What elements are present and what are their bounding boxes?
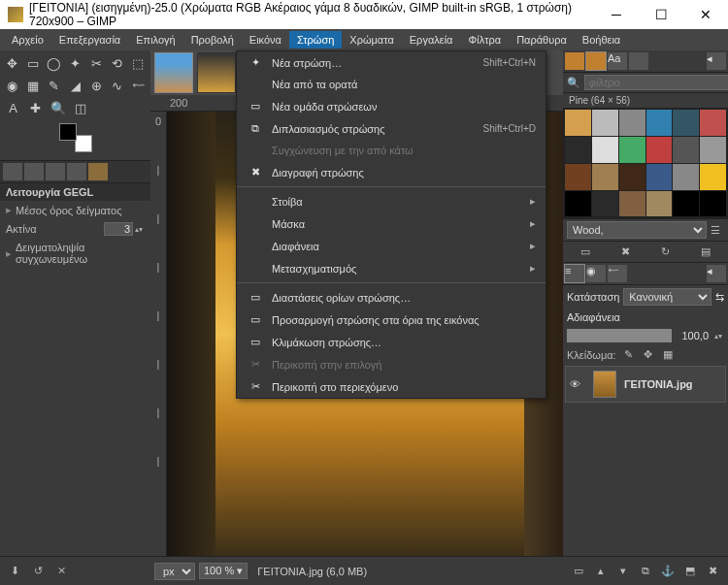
bg-color[interactable] — [75, 135, 92, 152]
pattern-swatch[interactable] — [619, 191, 645, 217]
menu-item[interactable]: ✂Περικοπή στο περιεχόμενο — [237, 375, 546, 398]
eraser-tool[interactable]: ◢ — [66, 76, 85, 96]
radius-spinner[interactable]: ▴▾ — [135, 225, 145, 234]
lock-position-icon[interactable]: ✥ — [642, 348, 655, 361]
rotate-tool[interactable]: ⟲ — [108, 53, 127, 74]
mode-switch-icon[interactable]: ⇆ — [715, 291, 724, 304]
free-select-tool[interactable]: ◯ — [45, 53, 64, 74]
pattern-swatch[interactable] — [673, 191, 699, 217]
menu-item[interactable]: ✖Διαγραφή στρώσης — [237, 161, 546, 183]
sb-delete-layer-icon[interactable]: ✖ — [704, 565, 721, 577]
menu-Χρώματα[interactable]: Χρώματα — [342, 31, 401, 49]
pattern-swatch[interactable] — [565, 191, 591, 217]
tab-patterns[interactable] — [586, 52, 606, 70]
pattern-swatch[interactable] — [592, 191, 618, 217]
sb-raise-icon[interactable]: ▴ — [592, 565, 610, 577]
tab-menu-icon-2[interactable]: ◂ — [707, 265, 726, 282]
menu-Εικόνα[interactable]: Εικόνα — [242, 31, 289, 49]
pattern-filter-select[interactable]: Wood, — [567, 221, 707, 239]
pattern-swatch[interactable] — [700, 191, 726, 217]
pattern-swatch[interactable] — [565, 164, 591, 190]
lock-pixels-icon[interactable]: ✎ — [622, 348, 636, 361]
path-tool[interactable]: ⬳ — [128, 76, 148, 96]
menu-Στρώση[interactable]: Στρώση — [289, 31, 342, 49]
pattern-delete-icon[interactable]: ✖ — [621, 245, 630, 258]
opacity-slider[interactable] — [567, 329, 672, 342]
sb-new-layer-icon[interactable]: ▭ — [570, 565, 587, 577]
pattern-search-input[interactable] — [584, 75, 728, 90]
tab-brushes[interactable] — [565, 52, 584, 70]
sb-reset-icon[interactable]: ↺ — [29, 565, 47, 577]
pattern-swatch[interactable] — [592, 164, 618, 190]
opt-sample-merged[interactable]: ▸ Δειγματοληψία συγχωνευμένω — [0, 239, 150, 268]
pattern-open-icon[interactable]: ▤ — [701, 245, 711, 258]
menu-item[interactable]: ✦Νέα στρώση…Shift+Ctrl+N — [237, 51, 546, 74]
menu-item[interactable]: Νέα από τα ορατά — [237, 74, 546, 95]
tab-gegl[interactable] — [88, 163, 108, 180]
pattern-edit-icon[interactable]: ▭ — [580, 245, 590, 258]
pattern-swatch[interactable] — [700, 137, 726, 163]
zoom-select[interactable]: 100 % ▾ — [199, 563, 248, 579]
image-thumb-1[interactable] — [154, 52, 193, 93]
menu-item[interactable]: ⧉Διπλασιασμός στρώσηςShift+Ctrl+D — [237, 117, 546, 140]
text-tool[interactable]: A — [3, 98, 23, 118]
pattern-swatch[interactable] — [673, 110, 699, 136]
pattern-swatch[interactable] — [646, 164, 673, 190]
zoom-tool[interactable]: 🔍 — [48, 98, 68, 118]
tab-device[interactable] — [24, 163, 44, 180]
pattern-swatch[interactable] — [619, 164, 645, 190]
move-tool[interactable]: ✥ — [3, 53, 22, 74]
close-button[interactable]: ✕ — [683, 0, 728, 29]
maximize-button[interactable]: ☐ — [639, 0, 683, 29]
sb-merge-icon[interactable]: ⬒ — [681, 565, 699, 577]
pencil-tool[interactable]: ✎ — [45, 76, 64, 96]
unit-select[interactable]: px — [154, 563, 195, 580]
tab-history[interactable] — [46, 163, 65, 180]
clone-tool[interactable]: ⊕ — [86, 76, 106, 96]
heal-tool[interactable]: ✚ — [25, 98, 46, 118]
pattern-swatch[interactable] — [592, 110, 618, 136]
layer-name[interactable]: ΓΕΙΤΟΝΙΑ.jpg — [624, 378, 693, 390]
gradient-tool[interactable]: ▦ — [24, 76, 44, 96]
menu-Βοήθεια[interactable]: Βοήθεια — [575, 31, 628, 49]
pattern-swatch[interactable] — [673, 137, 699, 163]
menu-Φίλτρα[interactable]: Φίλτρα — [460, 31, 509, 49]
tab-paths[interactable]: ⬳ — [608, 265, 627, 282]
tab-fonts[interactable]: Aa — [608, 52, 627, 70]
pattern-swatch[interactable] — [619, 137, 645, 163]
menu-Εργαλεία[interactable]: Εργαλεία — [402, 31, 461, 49]
menu-item[interactable]: Στοίβα▸ — [237, 190, 546, 212]
visibility-icon[interactable]: 👁 — [570, 378, 585, 390]
rect-select-tool[interactable]: ▭ — [24, 53, 44, 74]
tab-channels[interactable]: ◉ — [586, 265, 606, 282]
tab-menu-icon[interactable]: ◂ — [707, 52, 726, 70]
menu-item[interactable]: Μάσκα▸ — [237, 212, 546, 235]
menu-Επιλογή[interactable]: Επιλογή — [128, 31, 182, 49]
menu-item[interactable]: ▭Κλιμάκωση στρώσης… — [237, 331, 546, 353]
minimize-button[interactable]: ─ — [594, 0, 639, 29]
layer-row[interactable]: 👁 ΓΕΙΤΟΝΙΑ.jpg — [565, 366, 726, 403]
menu-Αρχείο[interactable]: Αρχείο — [4, 31, 51, 49]
pattern-swatch[interactable] — [646, 137, 673, 163]
menu-Επεξεργασία[interactable]: Επεξεργασία — [51, 31, 128, 49]
sb-delete-icon[interactable]: ⨯ — [52, 565, 70, 577]
pattern-swatch[interactable] — [565, 110, 591, 136]
opt-sample-average[interactable]: ▸ Μέσος όρος δείγματος — [0, 201, 150, 219]
menu-Παράθυρα[interactable]: Παράθυρα — [509, 31, 575, 49]
pattern-swatch[interactable] — [619, 110, 645, 136]
tab-layers[interactable]: ≡ — [565, 265, 584, 282]
tab-images[interactable] — [67, 163, 86, 180]
sb-save-icon[interactable]: ⬇ — [6, 565, 23, 577]
pattern-swatch[interactable] — [673, 164, 699, 190]
pattern-swatch[interactable] — [700, 110, 726, 136]
tab-tool-options[interactable] — [3, 163, 22, 180]
pattern-tag-icon[interactable]: ☰ — [707, 224, 724, 237]
color-swatches[interactable] — [0, 123, 150, 160]
warp-tool[interactable]: ⬚ — [128, 53, 148, 74]
blend-mode-select[interactable]: Κανονική — [623, 288, 711, 306]
pattern-swatch[interactable] — [646, 191, 673, 217]
menu-Προβολή[interactable]: Προβολή — [183, 31, 242, 49]
fg-color[interactable] — [59, 123, 77, 141]
pattern-swatch[interactable] — [646, 110, 673, 136]
radius-input[interactable] — [104, 222, 133, 236]
